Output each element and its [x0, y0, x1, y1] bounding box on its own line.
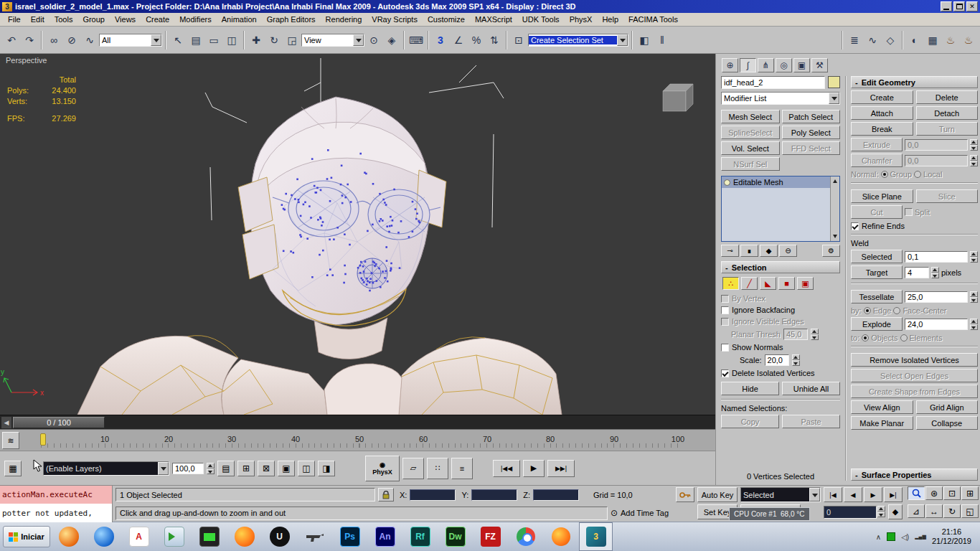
show-end-result-icon[interactable]: ∎	[740, 245, 758, 257]
layer-weight-spinner[interactable]	[207, 463, 215, 474]
physx-cloth-icon[interactable]: ∷	[427, 458, 448, 479]
render-setup-icon[interactable]: ▦	[924, 32, 941, 49]
taskbar-screen-recorder-icon[interactable]	[192, 522, 226, 551]
named-selection-set-dropdown[interactable]: Create Selection Set	[528, 34, 628, 47]
taskbar-clock[interactable]: 21:16 21/12/2019	[932, 527, 971, 546]
select-rotate-icon[interactable]: ↻	[265, 32, 283, 49]
modifier-list-dropdown[interactable]: Modifier List	[721, 92, 840, 105]
to-elements-radio[interactable]	[900, 334, 908, 342]
render-teapot-icon[interactable]: ♨	[942, 32, 959, 49]
select-manipulate-icon[interactable]: ◈	[383, 32, 400, 49]
field-of-view-icon[interactable]: ⊿	[908, 504, 925, 518]
object-name-field[interactable]: idf_head_2	[721, 76, 825, 89]
menu-group[interactable]: Group	[77, 14, 110, 25]
select-object-icon[interactable]: ↖	[169, 32, 187, 49]
time-slider-button[interactable]: 0 / 100	[13, 417, 105, 428]
go-to-end-icon[interactable]: ▶|	[884, 487, 903, 502]
select-by-name-icon[interactable]: ▤	[187, 32, 204, 49]
menu-tools[interactable]: Tools	[50, 14, 78, 25]
chamfer-button[interactable]: Chamfer	[851, 154, 903, 167]
create-layer-icon[interactable]: ⊞	[237, 461, 255, 476]
grid-align-button[interactable]: Grid Align	[916, 400, 979, 414]
weld-target-button[interactable]: Target	[851, 265, 903, 279]
break-button[interactable]: Break	[851, 122, 913, 136]
normal-group-radio[interactable]	[881, 171, 888, 178]
selection-filter-dropdown[interactable]: All	[99, 34, 162, 47]
physx-button[interactable]: ◉ PhysX	[365, 456, 400, 481]
remove-modifier-icon[interactable]: ⊖	[779, 245, 797, 257]
surface-properties-rollout-header[interactable]: - Surface Properties	[851, 468, 978, 481]
make-planar-button[interactable]: Make Planar	[851, 416, 913, 430]
physx-group-icon[interactable]: ≡	[451, 458, 473, 479]
window-crossing-icon[interactable]: ◫	[223, 32, 240, 49]
close-button[interactable]: ✕	[966, 1, 978, 11]
menu-edit[interactable]: Edit	[26, 14, 50, 25]
taskbar-import-tool-icon[interactable]	[157, 522, 191, 551]
select-move-icon[interactable]: ✚	[248, 32, 265, 49]
weld-target-field[interactable]: 4	[905, 267, 929, 278]
material-editor-icon[interactable]: ◐	[906, 32, 923, 49]
menu-udk-tools[interactable]: UDK Tools	[517, 14, 565, 25]
tab-create[interactable]: ⊕	[722, 58, 738, 72]
undo-icon[interactable]: ↶	[3, 32, 20, 49]
menu-rendering[interactable]: Rendering	[321, 14, 367, 25]
previous-frame-icon[interactable]: ◀	[844, 487, 862, 502]
menu-graph-editors[interactable]: Graph Editors	[262, 14, 321, 25]
start-button[interactable]: Iniciar	[3, 526, 50, 547]
turn-button[interactable]: Turn	[916, 122, 979, 136]
soldier-body[interactable]	[77, 318, 562, 415]
minimize-button[interactable]	[941, 1, 952, 11]
mirror-icon[interactable]: ◧	[636, 32, 653, 49]
planar-thresh-spinner[interactable]	[811, 329, 819, 340]
spline-select-button[interactable]: SplineSelect	[721, 126, 780, 139]
scroll-up-icon[interactable]	[833, 177, 837, 183]
scroll-down-icon[interactable]	[833, 235, 837, 240]
collapse-layer-icon[interactable]: ◨	[318, 461, 335, 476]
layer-list-icon[interactable]: ▤	[217, 461, 235, 476]
taskbar-udk-icon[interactable]: U	[263, 522, 296, 551]
chevron-down-icon[interactable]	[151, 34, 161, 46]
schematic-view-icon[interactable]: ◇	[882, 32, 899, 49]
tab-utilities[interactable]: ⚒	[811, 58, 828, 72]
go-to-end-button[interactable]: ▶▶|	[547, 460, 575, 477]
chevron-down-icon[interactable]	[353, 34, 364, 46]
detach-button[interactable]: Detach	[916, 106, 979, 120]
normals-scale-field[interactable]: 20,0	[765, 354, 789, 366]
collapse-button[interactable]: Collapse	[916, 416, 979, 430]
reference-coordinate-dropdown[interactable]: View	[301, 34, 364, 47]
maximize-viewport-toggle-icon[interactable]: ◱	[961, 504, 979, 518]
pan-view-icon[interactable]: ↔	[925, 504, 943, 518]
normals-scale-spinner[interactable]	[792, 354, 800, 366]
slice-button[interactable]: Slice	[916, 189, 979, 203]
extrude-field[interactable]: 0,0	[905, 139, 968, 151]
show-normals-checkbox[interactable]	[721, 344, 729, 352]
physx-rigidbody-icon[interactable]: ▱	[402, 458, 424, 479]
viewport-canvas[interactable]: x y	[0, 54, 715, 415]
hide-button[interactable]: Hide	[721, 382, 779, 395]
layer-manager-icon[interactable]: ≣	[846, 32, 863, 49]
tab-display[interactable]: ▣	[793, 58, 810, 72]
by-face-center-radio[interactable]	[893, 307, 900, 314]
menu-animation[interactable]: Animation	[217, 14, 262, 25]
animation-layers-dropdown[interactable]: (Enable Layers)	[43, 461, 169, 476]
viewport-perspective[interactable]: x y Perspective Total Polys:24.400 Verts…	[0, 54, 715, 415]
weld-threshold-spinner[interactable]	[970, 251, 978, 263]
chevron-down-icon[interactable]	[617, 34, 628, 46]
menu-customize[interactable]: Customize	[423, 14, 470, 25]
z-coordinate-field[interactable]	[533, 489, 579, 501]
taskbar-dreamweaver-icon[interactable]: Dw	[438, 522, 472, 551]
current-frame-spinner[interactable]	[877, 506, 885, 517]
menu-views[interactable]: Views	[110, 14, 141, 25]
normal-local-radio[interactable]	[914, 171, 921, 178]
tab-hierarchy[interactable]: ⋔	[758, 58, 774, 72]
ffd-select-button[interactable]: FFD Select	[782, 141, 841, 155]
attach-button[interactable]: Attach	[851, 106, 913, 120]
zoom-extents-icon[interactable]: ⊡	[943, 486, 961, 500]
network-icon[interactable]: ▂▄▆	[915, 534, 926, 540]
arc-rotate-icon[interactable]: ↻	[943, 504, 961, 518]
stack-bulb-icon[interactable]	[724, 179, 730, 186]
keyboard-shortcut-override-icon[interactable]: ⌨	[407, 32, 425, 49]
maxscript-mini-listener-white[interactable]: potter not updated,	[0, 504, 113, 522]
poly-select-button[interactable]: Poly Select	[782, 126, 841, 139]
time-slider-track[interactable]: ◀ 0 / 100	[0, 415, 715, 429]
